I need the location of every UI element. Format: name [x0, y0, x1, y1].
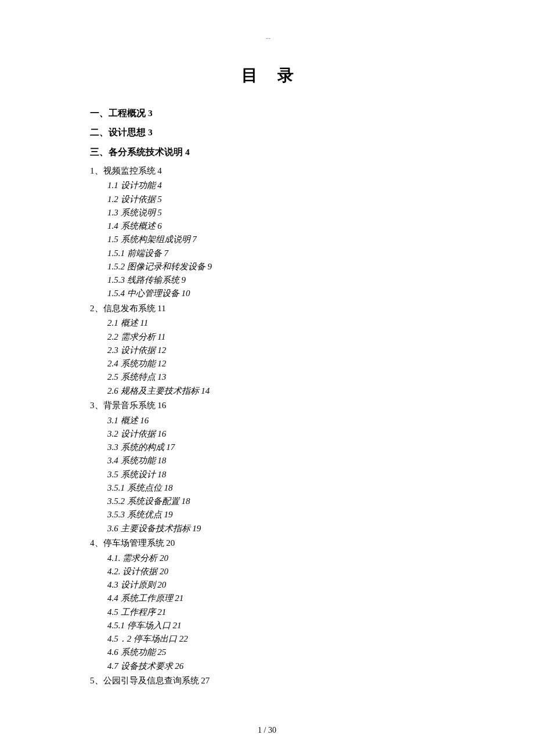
toc-entry: 3.5 系统设计 18 [90, 468, 447, 481]
toc-entry: 4.2. 设计依据 20 [90, 565, 447, 578]
toc-entry: 1.3 系统说明 5 [90, 206, 447, 219]
toc-entry: 4.5.1 停车场入口 21 [90, 619, 447, 632]
toc-entry: 三、各分系统技术说明 4 [90, 145, 447, 159]
toc-entry: 1.5.4 中心管理设备 10 [90, 287, 447, 300]
toc-entry: 1.5.1 前端设备 7 [90, 247, 447, 260]
toc-entry: 4.6 系统功能 25 [90, 646, 447, 659]
toc-entry: 3.5.2 系统设备配置 18 [90, 495, 447, 508]
toc-entry: 3.4 系统功能 18 [90, 454, 447, 467]
toc-entry: 3.5.3 系统优点 19 [90, 508, 447, 521]
toc-entry: 4.3 设计原则 20 [90, 578, 447, 592]
toc-entry: 5、公园引导及信息查询系统 27 [90, 674, 447, 688]
toc-entry: 二、设计思想 3 [90, 125, 447, 139]
toc-entry: 2、信息发布系统 11 [90, 302, 447, 316]
toc-entry: 2.2 需求分析 11 [90, 330, 447, 344]
toc-entry: 2.5 系统特点 13 [90, 370, 447, 384]
toc-entry: 1.1 设计功能 4 [90, 179, 447, 192]
toc-entry: 4.1. 需求分析 20 [90, 552, 447, 565]
toc-entry: 1、视频监控系统 4 [90, 164, 447, 178]
toc-entry: 4.7 设备技术要求 26 [90, 660, 447, 673]
page-footer: 1 / 30 [0, 726, 534, 735]
toc-entry: 3.6 主要设备技术指标 19 [90, 522, 447, 535]
toc-entry: 1.2 设计依据 5 [90, 193, 447, 206]
toc-entry: 3.2 设计依据 16 [90, 427, 447, 441]
document-page: -- 目录 一、工程概况 3二、设计思想 3三、各分系统技术说明 41、视频监控… [0, 0, 534, 687]
header-mark: -- [90, 35, 447, 41]
page-title: 目录 [90, 64, 447, 87]
toc-entry: 2.4 系统功能 12 [90, 357, 447, 370]
toc-entry: 2.1 概述 11 [90, 316, 447, 330]
toc-entry: 3.5.1 系统点位 18 [90, 481, 447, 495]
toc-entry: 1.5.2 图像记录和转发设备 9 [90, 260, 447, 273]
table-of-contents: 一、工程概况 3二、设计思想 3三、各分系统技术说明 41、视频监控系统 41.… [90, 106, 447, 687]
toc-entry: 1.5.3 线路传输系统 9 [90, 273, 447, 287]
toc-entry: 1.5 系统构架组成说明 7 [90, 233, 447, 246]
toc-entry: 4、停车场管理系统 20 [90, 537, 447, 550]
toc-entry: 1.4 系统概述 6 [90, 219, 447, 233]
toc-entry: 一、工程概况 3 [90, 106, 447, 120]
toc-entry: 4.5 工作程序 21 [90, 606, 447, 619]
toc-entry: 4.5．2 停车场出口 22 [90, 632, 447, 646]
toc-entry: 4.4 系统工作原理 21 [90, 592, 447, 605]
toc-entry: 3.1 概述 16 [90, 414, 447, 427]
toc-entry: 2.6 规格及主要技术指标 14 [90, 384, 447, 398]
toc-entry: 3、背景音乐系统 16 [90, 399, 447, 413]
toc-entry: 3.3 系统的构成 17 [90, 441, 447, 454]
toc-entry: 2.3 设计依据 12 [90, 344, 447, 357]
